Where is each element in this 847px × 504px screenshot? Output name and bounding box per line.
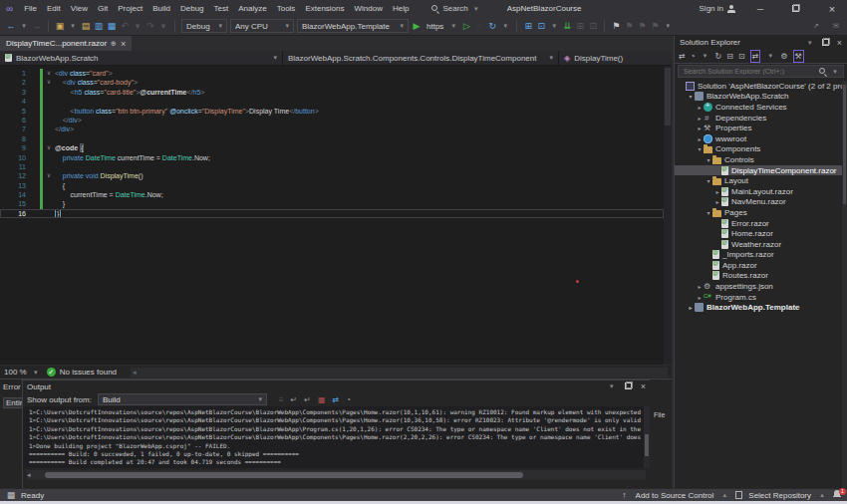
menu-debug[interactable]: Debug xyxy=(175,4,209,13)
run-profile-label[interactable]: https xyxy=(426,22,443,31)
expander-closed-icon[interactable]: ▸ xyxy=(696,104,704,111)
fold-collapse-icon[interactable]: ∨ xyxy=(43,69,55,78)
tree-item-dependencies[interactable]: ▸Dependencies xyxy=(675,113,842,124)
prev-bookmark-icon[interactable]: ⚑ xyxy=(624,19,634,33)
chevron-down-icon[interactable]: ▾ xyxy=(471,2,481,16)
tree-item-properties[interactable]: ▸Properties xyxy=(675,123,842,133)
expander-closed-icon[interactable]: ▸ xyxy=(696,115,704,122)
expander-open-icon[interactable]: ▾ xyxy=(687,93,695,100)
tree-item-layout[interactable]: ▾Layout xyxy=(675,175,842,186)
menu-project[interactable]: Project xyxy=(113,4,147,13)
toggle-word-wrap-icon[interactable]: ⇄ xyxy=(333,395,340,404)
refresh-dropdown-icon[interactable]: ▾ xyxy=(500,19,510,33)
pin-icon[interactable]: ⊕ xyxy=(111,40,117,48)
close-panel-icon[interactable]: × xyxy=(641,381,646,391)
menu-analyze[interactable]: Analyze xyxy=(233,4,271,13)
code-line-11[interactable]: 11 xyxy=(0,162,664,171)
background-tasks-icon[interactable]: ▦ xyxy=(6,488,16,502)
save-icon[interactable]: ▥ xyxy=(94,19,104,33)
tree-item-routes-razor[interactable]: Routes.razor xyxy=(675,271,842,282)
find-in-files-icon[interactable]: ⊞ xyxy=(523,19,533,33)
chevron-up-icon[interactable]: ▴ xyxy=(817,488,827,502)
sync-namespaces-icon[interactable]: ↻ xyxy=(715,51,722,62)
startup-project-dropdown[interactable]: BlazorWebApp.Template ▾ xyxy=(297,19,409,33)
solution-explorer-title-bar[interactable]: Solution Explorer ▾ × xyxy=(675,36,847,49)
editor-layout-icon[interactable]: ⊡ xyxy=(536,19,546,33)
zoom-dropdown[interactable]: 100 % ▾ xyxy=(4,366,41,379)
menu-window[interactable]: Window xyxy=(350,4,388,13)
navigate-forward-icon[interactable]: → xyxy=(32,19,42,33)
navigate-back-dropdown-icon[interactable]: ▾ xyxy=(19,19,29,33)
pending-changes-filter-icon[interactable]: ◔ xyxy=(691,51,696,62)
breadcrumb-project-dropdown[interactable]: BlazorWebApp.Scratch ▾ xyxy=(0,51,283,65)
scrollbar-thumb[interactable] xyxy=(45,472,523,478)
new-component-icon[interactable]: ⚒ xyxy=(793,50,804,63)
fold-collapse-icon[interactable]: ∨ xyxy=(43,78,55,87)
uncomment-icon[interactable]: ⊡ xyxy=(588,19,598,33)
expander-closed-icon[interactable]: ▸ xyxy=(696,135,704,142)
error-list-filter[interactable]: Entire xyxy=(3,397,22,408)
tree-item-connected-services[interactable]: ▸Connected Services xyxy=(675,102,842,113)
chevron-up-icon[interactable]: ▴ xyxy=(719,488,729,502)
expander-open-icon[interactable]: ▾ xyxy=(705,209,712,216)
redo-icon[interactable]: ↷ xyxy=(145,19,155,33)
tree-item-home-razor[interactable]: Home.razor xyxy=(675,228,842,239)
platform-dropdown[interactable]: Any CPU ▾ xyxy=(230,19,294,33)
clear-all-icon[interactable]: ▦ xyxy=(318,395,326,404)
menu-extensions[interactable]: Extensions xyxy=(300,4,349,13)
code-line-2[interactable]: 2∨ <div class="card-body"> xyxy=(0,78,664,87)
maximize-panel-icon[interactable] xyxy=(625,381,633,391)
feedback-icon[interactable]: ✉ xyxy=(831,19,841,33)
attach-icon[interactable]: ◌ xyxy=(474,19,484,33)
sign-in-button[interactable]: Sign in xyxy=(700,4,735,13)
editor-layout-dropdown-icon[interactable]: ▾ xyxy=(549,19,559,33)
configuration-dropdown[interactable]: Debug ▾ xyxy=(181,19,227,33)
previous-message-icon[interactable]: ↵ xyxy=(291,395,298,404)
new-project-icon[interactable]: ▣ xyxy=(55,19,65,33)
expander-closed-icon[interactable]: ▸ xyxy=(713,188,721,195)
search-options-dropdown-icon[interactable]: ▾ xyxy=(830,65,840,79)
expander-open-icon[interactable]: ▾ xyxy=(696,145,704,152)
fold-collapse-icon[interactable]: ∨ xyxy=(43,143,55,152)
tree-item-pages[interactable]: ▾Pages xyxy=(675,207,842,218)
document-health-indicator[interactable]: ✓ No issues found xyxy=(47,368,117,377)
code-line-5[interactable]: 5 <button class="btn btn-primary" @oncli… xyxy=(0,107,664,116)
comment-icon[interactable]: ⊞ xyxy=(575,19,585,33)
expander-closed-icon[interactable]: ▸ xyxy=(687,304,695,311)
code-line-15[interactable]: 15 } xyxy=(0,199,664,208)
tree-item-imports-razor[interactable]: _Imports.razor xyxy=(675,250,842,261)
search-box[interactable]: Search ▾ xyxy=(431,2,480,16)
tree-item-appsettings-json[interactable]: ▸appsettings.json xyxy=(675,281,842,292)
close-button[interactable]: × xyxy=(821,3,843,15)
run-profile-dropdown-icon[interactable]: ▾ xyxy=(448,19,458,33)
code-line-14[interactable]: 14 currentTime = DateTime.Now; xyxy=(0,190,664,199)
tree-item-navmenu-razor[interactable]: ▸NavMenu.razor xyxy=(675,197,842,208)
undo-icon[interactable]: ↶ xyxy=(120,19,130,33)
tree-item-app-razor[interactable]: App.razor xyxy=(675,260,842,271)
solution-search-box[interactable]: ▾ xyxy=(678,65,844,78)
switch-views-icon[interactable]: ⇄ xyxy=(679,51,686,62)
navigate-back-icon[interactable]: ← xyxy=(6,19,16,33)
timestamp-icon[interactable]: ◔ xyxy=(346,395,351,404)
menu-edit[interactable]: Edit xyxy=(42,4,66,13)
menu-help[interactable]: Help xyxy=(388,4,414,13)
expander-open-icon[interactable]: ▾ xyxy=(705,156,712,163)
editor-vertical-scrollbar[interactable] xyxy=(664,66,672,365)
output-source-dropdown[interactable]: Build ▾ xyxy=(98,393,267,405)
code-line-6[interactable]: 6 </div> xyxy=(0,116,664,125)
code-line-10[interactable]: 10 private DateTime currentTime = DateTi… xyxy=(0,153,664,162)
restore-button[interactable] xyxy=(785,4,807,14)
breadcrumb-member-dropdown[interactable]: ◈ DisplayTime() xyxy=(559,51,672,65)
solution-explorer-scrollbar[interactable] xyxy=(842,81,847,488)
tab-displaytimecomponent-razor[interactable]: DisplayTimeC...ponent.razor ⊕ × xyxy=(0,36,132,51)
menu-test[interactable]: Test xyxy=(209,4,234,13)
code-editor[interactable]: 1∨<div class="card">2∨ <div class="card-… xyxy=(0,66,664,365)
start-without-debugging-icon[interactable]: ▷ xyxy=(461,19,471,33)
code-line-9[interactable]: 9∨@code { xyxy=(0,143,664,152)
expander-closed-icon[interactable]: ▸ xyxy=(696,294,704,301)
fold-collapse-icon[interactable]: ∨ xyxy=(43,171,55,180)
notifications-button[interactable]: 1 xyxy=(833,490,841,501)
menu-git[interactable]: Git xyxy=(93,4,113,13)
output-title-bar[interactable]: Output ▾ × xyxy=(23,380,650,392)
select-repository-button[interactable]: Select Repository xyxy=(748,491,811,500)
